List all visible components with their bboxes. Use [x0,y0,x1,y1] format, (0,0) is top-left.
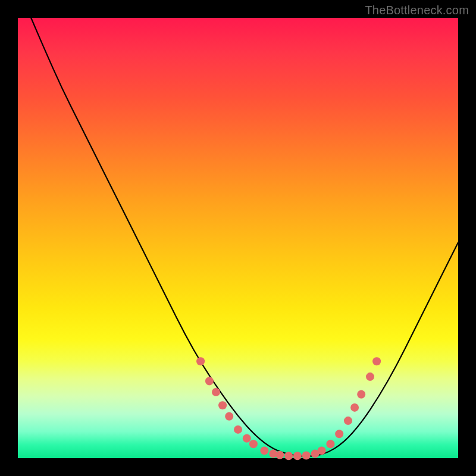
curve-marker [318,446,326,455]
curve-marker [357,390,365,399]
chart-svg [18,18,458,458]
curve-marker [293,452,302,460]
marker-group [196,357,381,460]
curve-marker [302,452,311,460]
plot-area [18,18,458,458]
curve-marker [260,446,268,455]
curve-marker [275,451,284,459]
curve-marker [326,440,334,448]
curve-marker [218,401,227,409]
curve-marker [249,440,258,448]
curve-marker [344,416,352,425]
curve-marker [205,377,214,386]
curve-marker [225,412,233,421]
watermark-text: TheBottleneck.com [365,4,469,17]
bottleneck-curve [31,18,458,456]
curve-marker [234,425,242,434]
curve-marker [284,452,293,460]
curve-marker [335,430,343,438]
curve-marker [212,388,220,396]
curve-marker [243,434,251,443]
chart-frame: TheBottleneck.com [0,0,476,476]
curve-marker [350,403,359,412]
curve-marker [366,372,374,381]
curve-marker [196,357,205,365]
curve-marker [372,357,381,365]
